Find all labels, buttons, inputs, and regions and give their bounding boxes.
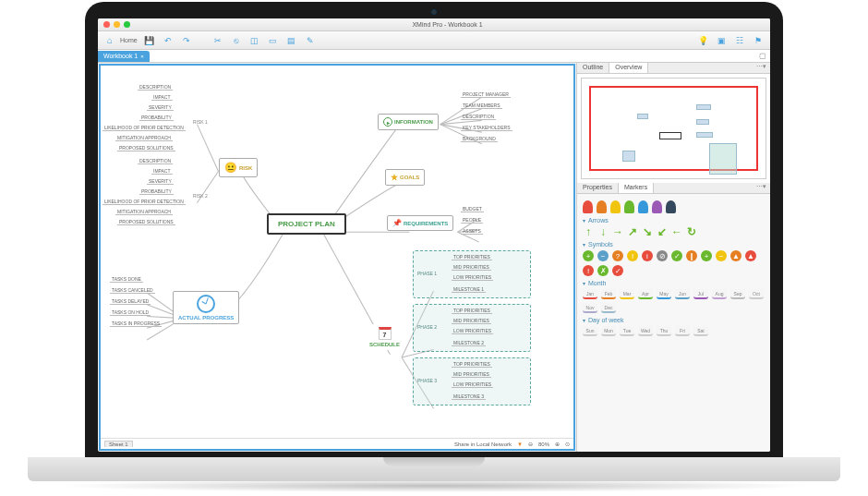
leaf[interactable]: MID PRIORITIES bbox=[452, 371, 491, 378]
tab-markers[interactable]: Markers bbox=[619, 183, 654, 193]
symbol-marker-icon[interactable]: ▲ bbox=[730, 250, 741, 261]
symbol-marker-icon[interactable]: ? bbox=[612, 250, 623, 261]
person-marker-icon[interactable] bbox=[652, 200, 662, 213]
symbol-marker-icon[interactable]: ✓ bbox=[612, 265, 623, 276]
leaf[interactable]: DESCRIPTION bbox=[138, 158, 173, 164]
maximize-icon[interactable] bbox=[124, 21, 130, 28]
mindmap-canvas[interactable]: PROJECT PLAN ▸ INFORMATION PROJECT MANAG… bbox=[101, 66, 573, 438]
leaf[interactable]: IMPACT bbox=[151, 94, 173, 101]
sheet-tab[interactable]: Sheet 1 bbox=[104, 441, 133, 447]
month-marker[interactable]: Apr bbox=[638, 289, 653, 299]
section-dow[interactable]: Day of week bbox=[583, 317, 765, 323]
node-schedule[interactable]: 7 SCHEDULE bbox=[365, 324, 404, 350]
node-actual-progress[interactable]: ACTUAL PROGRESS bbox=[173, 291, 239, 324]
more-button[interactable]: ⚑ bbox=[752, 34, 765, 47]
tab-overview[interactable]: Overview bbox=[609, 63, 648, 73]
dow-marker[interactable]: Fri bbox=[675, 326, 690, 336]
leaf[interactable]: SEVERITY bbox=[147, 104, 174, 111]
month-marker[interactable]: May bbox=[657, 289, 671, 299]
risk1-label[interactable]: RISK 1 bbox=[193, 119, 208, 125]
symbol-marker-icon[interactable]: − bbox=[716, 250, 727, 261]
leaf[interactable]: TASKS DONE bbox=[110, 276, 143, 283]
leaf[interactable]: DESCRIPTION bbox=[461, 114, 496, 120]
close-tab-icon[interactable]: × bbox=[140, 54, 144, 59]
cut-button[interactable]: ✂ bbox=[211, 34, 224, 47]
month-marker[interactable]: Dec bbox=[601, 303, 616, 313]
leaf[interactable]: KEY STAKEHOLDERS bbox=[461, 125, 512, 131]
tab-outline[interactable]: Outline bbox=[577, 63, 609, 73]
arrow-downright-icon[interactable]: ↘ bbox=[642, 226, 653, 237]
leaf[interactable]: TASKS DELAYED bbox=[110, 298, 151, 305]
undo-button[interactable]: ↶ bbox=[162, 34, 175, 47]
arrow-up-icon[interactable]: ↑ bbox=[583, 226, 594, 237]
leaf[interactable]: PROPOSED SOLUTIONS bbox=[117, 219, 175, 225]
home-button[interactable]: ⌂ bbox=[103, 34, 116, 47]
redo-button[interactable]: ↷ bbox=[180, 34, 193, 47]
node-requirements[interactable]: 📌 REQUIREMENTS bbox=[387, 215, 453, 231]
leaf[interactable]: PROBABILITY bbox=[139, 115, 174, 121]
leaf[interactable]: MILESTONE 1 bbox=[452, 286, 486, 293]
presentation-button[interactable]: ▣ bbox=[715, 34, 728, 47]
month-marker[interactable]: Jan bbox=[583, 289, 597, 299]
leaf[interactable]: LIKELIHOOD OF PRIOR DETECTION bbox=[102, 125, 186, 131]
symbol-marker-icon[interactable]: ▲ bbox=[745, 250, 756, 261]
leaf[interactable]: SEVERITY bbox=[147, 178, 174, 185]
person-marker-icon[interactable] bbox=[583, 200, 593, 213]
zoom-out-icon[interactable]: ⊖ bbox=[528, 441, 533, 447]
arrow-left-icon[interactable]: ← bbox=[671, 226, 682, 237]
leaf[interactable]: PROBABILITY bbox=[139, 188, 174, 195]
symbol-marker-icon[interactable]: ✓ bbox=[671, 250, 682, 261]
leaf[interactable]: BACKGROUND bbox=[461, 136, 498, 142]
person-marker-icon[interactable] bbox=[638, 200, 648, 213]
share-label[interactable]: Share in Local Network bbox=[454, 442, 512, 447]
phase-label[interactable]: PHASE 2 bbox=[417, 324, 437, 330]
month-marker[interactable]: Sep bbox=[730, 289, 745, 299]
idea-button[interactable]: 💡 bbox=[696, 34, 709, 47]
leaf[interactable]: MILESTONE 2 bbox=[452, 340, 486, 346]
arrow-refresh-icon[interactable]: ↻ bbox=[686, 226, 697, 237]
risk2-label[interactable]: RISK 2 bbox=[193, 193, 208, 199]
section-arrows[interactable]: Arrows bbox=[583, 217, 765, 224]
link-button[interactable]: ⎋ bbox=[230, 34, 243, 47]
arrow-right-icon[interactable]: → bbox=[612, 226, 623, 237]
month-marker[interactable]: Aug bbox=[712, 289, 727, 299]
leaf[interactable]: IMPACT bbox=[151, 168, 173, 175]
month-marker[interactable]: Oct bbox=[749, 289, 764, 299]
month-marker[interactable]: Nov bbox=[583, 303, 597, 313]
leaf[interactable]: TASKS ON HOLD bbox=[110, 309, 151, 316]
boundary-button[interactable]: ▭ bbox=[267, 34, 280, 47]
leaf[interactable]: MID PRIORITIES bbox=[452, 318, 491, 324]
dow-marker[interactable]: Wed bbox=[638, 326, 653, 336]
dow-marker[interactable]: Sun bbox=[583, 326, 597, 336]
symbol-marker-icon[interactable]: − bbox=[597, 250, 609, 261]
symbol-marker-icon[interactable]: ✗ bbox=[597, 265, 609, 276]
dow-marker[interactable]: Thu bbox=[657, 326, 671, 336]
symbol-marker-icon[interactable]: ! bbox=[627, 250, 638, 261]
section-month[interactable]: Month bbox=[583, 280, 765, 286]
leaf[interactable]: MILESTONE 3 bbox=[452, 393, 486, 400]
symbol-marker-icon[interactable]: ⊘ bbox=[657, 250, 668, 261]
panel-menu-icon[interactable]: ⋯▾ bbox=[753, 183, 770, 193]
arrow-down-icon[interactable]: ↓ bbox=[597, 226, 609, 237]
leaf[interactable]: LOW PRIORITIES bbox=[452, 328, 493, 334]
leaf[interactable]: TOP PRIORITIES bbox=[452, 254, 492, 260]
leaf[interactable]: TOP PRIORITIES bbox=[452, 361, 492, 368]
fit-icon[interactable]: ⊙ bbox=[565, 441, 570, 447]
leaf[interactable]: PROPOSED SOLUTIONS bbox=[117, 145, 175, 151]
symbol-marker-icon[interactable]: ‖ bbox=[686, 250, 697, 261]
leaf[interactable]: PROJECT MANAGER bbox=[461, 91, 511, 98]
arrow-upright-icon[interactable]: ↗ bbox=[627, 226, 638, 237]
month-marker[interactable]: Jul bbox=[693, 289, 708, 299]
node-goals[interactable]: ★ GOALS bbox=[385, 169, 425, 186]
leaf[interactable]: ASSETS bbox=[461, 228, 483, 235]
month-marker[interactable]: Feb bbox=[601, 289, 616, 299]
leaf[interactable]: BUDGET bbox=[461, 206, 484, 212]
phase-label[interactable]: PHASE 1 bbox=[417, 271, 437, 276]
symbol-marker-icon[interactable]: + bbox=[701, 250, 712, 261]
person-marker-icon[interactable] bbox=[624, 200, 634, 213]
person-marker-icon[interactable] bbox=[666, 200, 676, 213]
phase-label[interactable]: PHASE 3 bbox=[417, 378, 437, 383]
central-node[interactable]: PROJECT PLAN bbox=[267, 213, 346, 235]
symbol-marker-icon[interactable]: i bbox=[642, 250, 653, 261]
minimize-icon[interactable] bbox=[114, 21, 120, 28]
